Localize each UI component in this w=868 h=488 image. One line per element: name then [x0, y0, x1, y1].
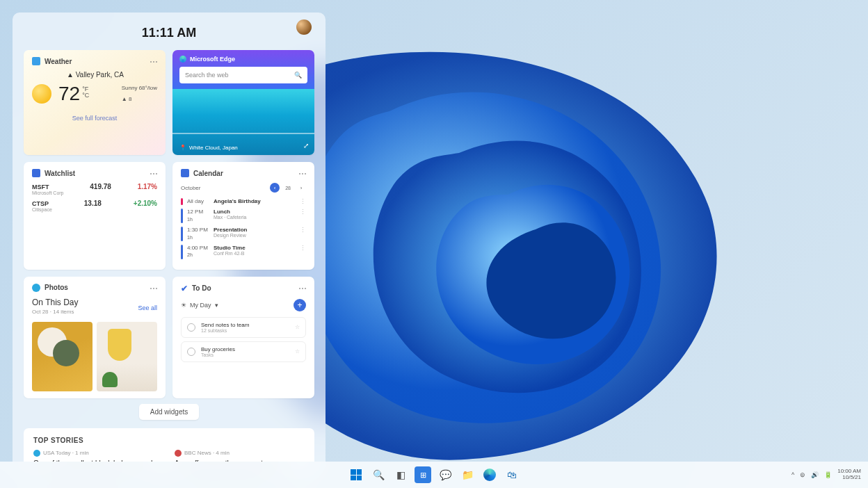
search-icon: 🔍 [294, 72, 302, 79]
see-all-link[interactable]: See all [138, 304, 157, 311]
weather-icon [32, 57, 40, 65]
widgets-button[interactable]: ⊞ [415, 466, 431, 483]
todo-list-selector[interactable]: ☀My Day▾+ [181, 299, 306, 311]
add-task-button[interactable]: + [294, 299, 306, 311]
user-avatar[interactable] [296, 19, 312, 35]
system-tray[interactable]: ^ ⊚ 🔊 🔋 10:00 AM10/5/21 [791, 469, 861, 481]
calendar-widget[interactable]: Calendar ⋯ October ‹ 28 › All dayAngela'… [172, 162, 314, 270]
calendar-event[interactable]: 1:30 PM1hPresentationDesign Review⋮ [181, 227, 306, 241]
calendar-title: Calendar [193, 170, 223, 177]
edge-icon [179, 56, 186, 63]
watchlist-title: Watchlist [45, 170, 75, 177]
calendar-month: October [181, 185, 200, 191]
panel-time: 11:11 AM [142, 26, 196, 40]
explorer-button[interactable]: 📁 [459, 466, 476, 483]
taskbar: 🔍 ◧ ⊞ 💬 📁 🛍 ^ ⊚ 🔊 🔋 10:00 AM10/5/21 [0, 462, 868, 488]
panel-header: 11:11 AM [24, 22, 314, 43]
more-icon[interactable]: ⋯ [150, 284, 159, 293]
event-more-icon[interactable]: ⋮ [300, 198, 306, 205]
edge-caption: 📍 White Cloud, Japan [179, 145, 238, 151]
todo-icon: ✔ [181, 284, 188, 293]
star-icon[interactable]: ☆ [295, 348, 300, 355]
edge-widget[interactable]: Microsoft Edge Search the web🔍 📍 White C… [172, 50, 314, 155]
weather-detail: Sunny 68°/low▲ 8 [122, 84, 157, 104]
checkbox-icon[interactable] [187, 323, 195, 332]
edge-title: Microsoft Edge [179, 56, 307, 63]
chevron-up-icon[interactable]: ^ [791, 471, 794, 478]
nav-next-button[interactable]: › [296, 183, 306, 193]
search-button[interactable]: 🔍 [370, 466, 387, 483]
event-more-icon[interactable]: ⋮ [300, 245, 306, 259]
widgets-panel: 11:11 AM Weather ⋯ ▲ Valley Park, CA 72°… [13, 13, 326, 471]
weather-widget[interactable]: Weather ⋯ ▲ Valley Park, CA 72°F°C Sunny… [24, 50, 166, 155]
todo-item[interactable]: Send notes to team12 subtasks☆ [181, 317, 306, 338]
edge-image: 📍 White Cloud, Japan ⤢ [172, 89, 314, 155]
add-widgets-row: Add widgets [24, 404, 314, 420]
photos-widget[interactable]: Photos ⋯ On This Day Oct 28 · 14 items S… [24, 277, 166, 398]
chat-button[interactable]: 💬 [437, 466, 453, 483]
task-view-button[interactable]: ◧ [392, 466, 409, 483]
stories-title: TOP STORIES [33, 437, 305, 444]
nav-prev-button[interactable]: ‹ [270, 183, 280, 193]
edge-button[interactable] [481, 466, 498, 483]
watchlist-widget[interactable]: Watchlist ⋯ MSFTMicrosoft Corp419.781.17… [24, 162, 166, 270]
expand-icon[interactable]: ⤢ [303, 142, 309, 149]
chevron-down-icon: ▾ [215, 302, 218, 309]
event-more-icon[interactable]: ⋮ [300, 209, 306, 223]
start-button[interactable] [348, 466, 364, 483]
calendar-nav: October ‹ 28 › [181, 183, 306, 193]
photo-thumbnail[interactable] [32, 322, 93, 391]
more-icon[interactable]: ⋯ [150, 169, 159, 179]
weather-title: Weather [45, 58, 72, 65]
photos-icon [32, 284, 40, 292]
watchlist-icon [32, 169, 40, 177]
todo-widget[interactable]: ✔To Do ⋯ ☀My Day▾+ Send notes to team12 … [172, 277, 314, 398]
todo-title: To Do [192, 284, 211, 292]
wifi-icon[interactable]: ⊚ [800, 471, 805, 478]
store-button[interactable]: 🛍 [504, 466, 520, 483]
taskbar-center: 🔍 ◧ ⊞ 💬 📁 🛍 [348, 466, 520, 483]
add-widgets-button[interactable]: Add widgets [139, 404, 199, 420]
calendar-event[interactable]: 4:00 PM2hStudio TimeConf Rm 42-B⋮ [181, 245, 306, 259]
todo-item[interactable]: Buy groceriesTasks☆ [181, 341, 306, 362]
sun-icon [32, 84, 51, 104]
edge-search-input[interactable]: Search the web🔍 [179, 67, 307, 83]
calendar-event[interactable]: All dayAngela's Birthday⋮ [181, 198, 306, 205]
watchlist-row[interactable]: MSFTMicrosoft Corp419.781.17% [32, 183, 157, 195]
sun-icon: ☀ [181, 302, 186, 309]
photo-thumbnail[interactable] [97, 322, 157, 391]
star-icon[interactable]: ☆ [295, 324, 300, 330]
more-icon[interactable]: ⋯ [150, 57, 159, 67]
event-more-icon[interactable]: ⋮ [300, 227, 306, 241]
more-icon[interactable]: ⋯ [298, 169, 307, 179]
see-forecast-link[interactable]: See full forecast [32, 115, 157, 122]
calendar-icon [181, 169, 189, 177]
checkbox-icon[interactable] [187, 348, 195, 356]
watchlist-row[interactable]: CTSPCitispace13.18+2.10% [32, 200, 157, 212]
taskbar-clock[interactable]: 10:00 AM10/5/21 [837, 469, 861, 481]
volume-icon[interactable]: 🔊 [811, 471, 819, 478]
photos-title: Photos [45, 284, 68, 291]
weather-temperature: 72°F°C [58, 83, 89, 105]
more-icon[interactable]: ⋯ [298, 284, 307, 293]
weather-location: ▲ Valley Park, CA [67, 71, 157, 79]
calendar-event[interactable]: 12 PM1hLunchMax · Cafeteria⋮ [181, 209, 306, 223]
battery-icon[interactable]: 🔋 [824, 471, 832, 478]
